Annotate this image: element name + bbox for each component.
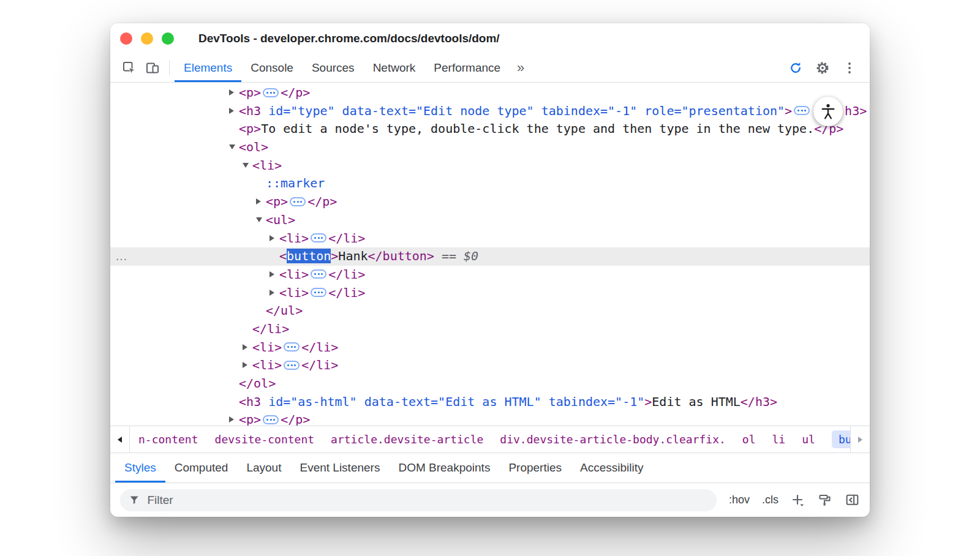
expand-arrow-icon[interactable] bbox=[270, 230, 279, 248]
ellipsis-expand-icon[interactable] bbox=[311, 269, 326, 279]
tree-row[interactable]: <p></p> bbox=[110, 84, 870, 102]
tree-row[interactable]: </ul> bbox=[110, 302, 870, 320]
dom-tag: </p> bbox=[281, 412, 310, 426]
close-button[interactable] bbox=[120, 32, 132, 45]
collapse-arrow-icon[interactable] bbox=[256, 211, 266, 230]
tab-layout[interactable]: Layout bbox=[237, 453, 290, 483]
rendering-emulation-button[interactable] bbox=[818, 493, 832, 508]
toggle-element-state-button[interactable]: :hov bbox=[729, 494, 750, 506]
ellipsis-expand-icon[interactable] bbox=[290, 197, 306, 206]
tab-event-listeners[interactable]: Event Listeners bbox=[290, 453, 389, 483]
dom-tag: > bbox=[644, 394, 652, 409]
element-classes-button[interactable]: .cls bbox=[762, 494, 778, 506]
row-actions-ellipsis[interactable]: … bbox=[115, 247, 128, 266]
expand-arrow-icon[interactable] bbox=[270, 266, 279, 284]
tree-row[interactable]: <p></p> bbox=[110, 193, 870, 211]
expand-arrow-icon[interactable] bbox=[229, 411, 239, 426]
triangle-glyph bbox=[243, 362, 247, 368]
breadcrumb-item-article-devsite-article[interactable]: article.devsite-article bbox=[331, 433, 483, 446]
tree-row[interactable]: </ol> bbox=[110, 375, 870, 393]
tab-dom-breakpoints[interactable]: DOM Breakpoints bbox=[389, 453, 499, 483]
tab-styles[interactable]: Styles bbox=[115, 453, 165, 483]
tree-row[interactable]: <h3 id="as-html" data-text="Edit as HTML… bbox=[110, 393, 870, 411]
tree-row[interactable]: <p></p> bbox=[110, 411, 870, 426]
filter-box[interactable] bbox=[120, 489, 717, 511]
breadcrumb-item-button[interactable]: button bbox=[832, 430, 850, 448]
device-toolbar-icon[interactable] bbox=[141, 57, 164, 79]
ellipsis-expand-icon[interactable] bbox=[263, 88, 279, 97]
dot bbox=[293, 201, 295, 203]
breadcrumb-item-n-content[interactable]: n-content bbox=[138, 433, 198, 446]
breadcrumb-item-div-devsite-article-body-clearfix-[interactable]: div.devsite-article-body.clearfix. bbox=[500, 433, 725, 446]
tab-performance[interactable]: Performance bbox=[424, 53, 510, 82]
tab-accessibility[interactable]: Accessibility bbox=[571, 453, 652, 483]
tab-properties[interactable]: Properties bbox=[499, 453, 571, 483]
dom-text: To edit a node's type, double-click the … bbox=[261, 121, 814, 136]
tree-row[interactable]: <p>To edit a node's type, double-click t… bbox=[110, 120, 870, 138]
toggle-sidebar-button[interactable] bbox=[845, 492, 860, 508]
kebab-menu-icon[interactable] bbox=[838, 57, 861, 79]
dom-tag: </li> bbox=[301, 340, 338, 355]
tree-row[interactable]: <li></li> bbox=[110, 230, 870, 248]
dot bbox=[287, 346, 289, 348]
ellipsis-expand-icon[interactable] bbox=[794, 106, 810, 115]
expand-arrow-icon[interactable] bbox=[229, 84, 239, 102]
collapse-arrow-icon[interactable] bbox=[243, 157, 252, 175]
expand-arrow-icon[interactable] bbox=[243, 339, 252, 357]
tree-row[interactable]: <li></li> bbox=[110, 356, 870, 375]
sync-reload-icon[interactable] bbox=[784, 57, 807, 79]
dot bbox=[801, 110, 803, 111]
dot bbox=[314, 291, 316, 293]
window-title: DevTools - developer.chrome.com/docs/dev… bbox=[198, 32, 500, 45]
expand-arrow-icon[interactable] bbox=[229, 102, 239, 121]
tree-row[interactable]: <li></li> bbox=[110, 266, 870, 284]
tree-row[interactable]: <li></li> bbox=[110, 339, 870, 357]
minimize-button[interactable] bbox=[141, 32, 153, 45]
dom-tag: <ul> bbox=[266, 212, 295, 227]
triangle-glyph bbox=[270, 290, 274, 296]
tab-computed[interactable]: Computed bbox=[165, 453, 238, 483]
filter-input[interactable] bbox=[146, 493, 708, 508]
expand-arrow-icon[interactable] bbox=[270, 284, 279, 302]
dom-tag: <p> bbox=[239, 412, 261, 426]
dom-tree: <p></p><h3 id="type" data-text="Edit nod… bbox=[110, 83, 870, 426]
tree-row[interactable]: <ol> bbox=[110, 138, 870, 157]
breadcrumb-item-li[interactable]: li bbox=[772, 433, 786, 446]
breadcrumb-scroll-left-button[interactable] bbox=[110, 426, 130, 453]
breadcrumb-item-devsite-content[interactable]: devsite-content bbox=[215, 433, 315, 446]
tree-row[interactable]: …<button>Hank</button> == $0 bbox=[110, 247, 870, 266]
more-panels-button[interactable]: » bbox=[510, 53, 532, 82]
tree-row[interactable]: <li> bbox=[110, 157, 870, 175]
selected-tag-name[interactable]: button bbox=[287, 249, 331, 263]
tree-row[interactable]: <ul> bbox=[110, 211, 870, 230]
tree-row[interactable]: <li></li> bbox=[110, 284, 870, 302]
tab-network[interactable]: Network bbox=[364, 53, 425, 82]
collapse-arrow-icon[interactable] bbox=[229, 138, 239, 157]
zoom-button[interactable] bbox=[162, 32, 174, 45]
inspect-cursor-icon bbox=[122, 61, 137, 75]
inspect-element-icon[interactable] bbox=[118, 57, 141, 79]
breadcrumb-item-ol[interactable]: ol bbox=[742, 433, 756, 446]
breadcrumb: n-contentdevsite-contentarticle.devsite-… bbox=[130, 426, 850, 453]
breadcrumb-item-ul[interactable]: ul bbox=[802, 433, 815, 446]
breadcrumb-scroll-right-button[interactable] bbox=[850, 426, 870, 453]
tab-console[interactable]: Console bbox=[241, 53, 303, 82]
accessibility-person-icon[interactable] bbox=[813, 97, 843, 126]
expand-arrow-icon[interactable] bbox=[243, 356, 252, 375]
ellipsis-expand-icon[interactable] bbox=[284, 361, 300, 370]
ellipsis-expand-icon[interactable] bbox=[311, 233, 326, 242]
new-style-rule-button[interactable] bbox=[791, 493, 805, 508]
ellipsis-expand-icon[interactable] bbox=[311, 288, 326, 297]
tree-row[interactable]: ::marker bbox=[110, 175, 870, 193]
tab-sources[interactable]: Sources bbox=[303, 53, 364, 82]
dom-text: Edit as HTML bbox=[652, 394, 741, 409]
dom-tag: <li> bbox=[252, 340, 282, 355]
settings-gear-icon[interactable] bbox=[811, 57, 834, 79]
tree-row[interactable]: <h3 id="type" data-text="Edit node type"… bbox=[110, 102, 870, 121]
tab-elements[interactable]: Elements bbox=[175, 53, 241, 82]
expand-arrow-icon[interactable] bbox=[256, 193, 266, 211]
dot bbox=[266, 419, 268, 421]
ellipsis-expand-icon[interactable] bbox=[263, 415, 279, 424]
ellipsis-expand-icon[interactable] bbox=[284, 342, 300, 351]
tree-row[interactable]: </li> bbox=[110, 320, 870, 339]
